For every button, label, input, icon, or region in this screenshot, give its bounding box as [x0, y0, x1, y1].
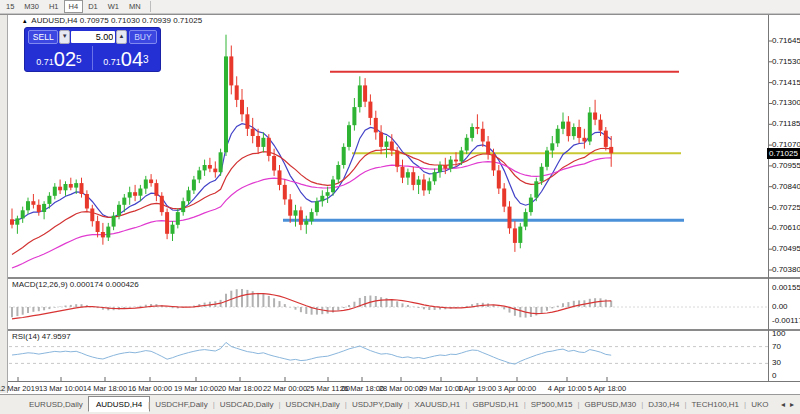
- buy-price-prefix: 0.71: [103, 53, 121, 71]
- chart-ohlc-values: 0.70975 0.71030 0.70939 0.71025: [80, 16, 202, 25]
- tab-usdcad-daily[interactable]: USDCAD,Daily: [213, 398, 281, 411]
- price-axis-label: 0.70725: [772, 204, 800, 212]
- tab-audusd-h4[interactable]: AUDUSD,H4: [88, 396, 150, 412]
- volume-increase-button[interactable]: ▲: [116, 30, 127, 44]
- buy-price-display[interactable]: 0.71 04 3: [95, 45, 157, 71]
- timeframe-toolbar: 15M30H1H4D1W1MN: [0, 0, 800, 14]
- tab-usdjpy-daily[interactable]: USDJPY,Daily: [345, 398, 410, 411]
- one-click-trading-panel: SELL ▼ ▲ BUY 0.71 02 5 0.71 04 3: [24, 27, 161, 72]
- macd-indicator-label: MACD(12,26,9) 0.000174 0.000426: [12, 280, 139, 289]
- price-divider: [92, 46, 93, 70]
- buy-price-main: 04: [121, 47, 143, 71]
- timeframe-15[interactable]: 15: [1, 0, 19, 13]
- price-axis-label: 0.70380: [772, 266, 800, 274]
- current-price-badge: 0.71025: [767, 148, 800, 159]
- toolbar-separator: [150, 1, 151, 12]
- volume-input[interactable]: [71, 31, 115, 43]
- rsi-panel-separator[interactable]: [8, 329, 800, 331]
- price-axis-label: 0.71300: [772, 99, 800, 107]
- sell-price-display[interactable]: 0.71 02 5: [28, 45, 90, 71]
- macd-axis-label: -0.001176: [772, 317, 800, 325]
- macd-axis-label: 0.001555: [772, 284, 800, 292]
- date-axis-label: 19 Mar 10:00: [174, 384, 218, 393]
- timeframe-m30[interactable]: M30: [19, 0, 44, 13]
- sell-price-prefix: 0.71: [36, 53, 54, 71]
- chart-symbol-label: AUDUSD,H4: [31, 16, 77, 25]
- price-axis-label: 0.71185: [772, 120, 800, 128]
- rsi-axis-label: 0: [772, 372, 776, 380]
- macd-axis-label: 0.00: [772, 303, 788, 311]
- window-left-border: [0, 15, 8, 393]
- date-axis-label: 16 Mar 00:00: [128, 384, 172, 393]
- tab-dj30-h4[interactable]: DJ30,H4: [641, 398, 686, 411]
- date-axis-label: 20 Mar 18:00: [218, 384, 262, 393]
- buy-price-pip: 3: [143, 45, 149, 75]
- price-axis-label: 0.71530: [772, 58, 800, 66]
- sell-price-main: 02: [54, 47, 76, 71]
- sell-button[interactable]: SELL: [28, 30, 58, 44]
- price-axis-label: 0.70610: [772, 224, 800, 232]
- chart-tab-bar: EURUSD,Daily|AUDUSD,H4|USDCHF,Daily|USDC…: [0, 394, 800, 414]
- macd-panel-separator[interactable]: [8, 277, 800, 279]
- price-axis-label: 0.70955: [772, 162, 800, 170]
- timeframe-h4[interactable]: H4: [64, 0, 84, 13]
- trading-terminal-window: { "toolbar": { "timeframes": [ {"label":…: [0, 0, 800, 414]
- tab-gbpusd-h1[interactable]: GBPUSD,H1: [465, 398, 525, 411]
- tab-eurusd-daily[interactable]: EURUSD,Daily: [22, 398, 90, 411]
- date-axis-label: 13 Mar 10:00: [39, 384, 83, 393]
- date-axis-border: [8, 381, 800, 382]
- buy-button[interactable]: BUY: [129, 30, 157, 44]
- price-axis-label: 0.71645: [772, 37, 800, 45]
- date-axis-label: 5 Apr 18:00: [588, 384, 626, 393]
- date-axis-label: 12 Mar 2019: [0, 384, 39, 393]
- timeframe-h1[interactable]: H1: [44, 0, 64, 13]
- rsi-axis-label: 100: [772, 330, 785, 338]
- volume-decrease-button[interactable]: ▼: [59, 30, 70, 44]
- timeframe-mn[interactable]: MN: [124, 0, 146, 13]
- date-axis-label: 4 Apr 10:00: [548, 384, 586, 393]
- rsi-indicator-label: RSI(14) 47.9597: [12, 332, 71, 341]
- timeframe-w1[interactable]: W1: [103, 0, 124, 13]
- rsi-axis-label: 30: [772, 359, 781, 367]
- price-axis-label: 0.70495: [772, 245, 800, 253]
- tab-tech100-h1[interactable]: TECH100,H1: [684, 398, 746, 411]
- date-axis-label: 22 Mar 00:00: [263, 384, 307, 393]
- rsi-axis-label: 70: [772, 343, 781, 351]
- collapse-chart-icon[interactable]: ▴: [23, 17, 27, 24]
- tabs-scroll-right-icon[interactable]: ▸: [790, 400, 794, 409]
- date-axis-label: 3 Apr 00:00: [498, 384, 536, 393]
- tab-xauusd-h1[interactable]: XAUUSD,H1: [408, 398, 468, 411]
- date-axis-label: 28 Mar 00:00: [379, 384, 423, 393]
- rsi-panel[interactable]: [9, 331, 768, 381]
- tab-usdcnh-daily[interactable]: USDCNH,Daily: [279, 398, 347, 411]
- timeframe-d1[interactable]: D1: [83, 0, 103, 13]
- date-axis-label: 29 Mar 10:00: [419, 384, 463, 393]
- tab-usdchf-daily[interactable]: USDCHF,Daily: [148, 398, 214, 411]
- tab-sp500-m15[interactable]: SP500,M15: [524, 398, 580, 411]
- price-axis-border: [768, 15, 769, 382]
- date-axis-label: 1 Apr 19:00: [458, 384, 496, 393]
- sell-price-pip: 5: [76, 45, 82, 75]
- date-axis-label: 14 Mar 18:00: [83, 384, 127, 393]
- chart-title: ▴ AUDUSD,H4 0.70975 0.71030 0.70939 0.71…: [23, 16, 202, 25]
- tabs-scroll-left-icon[interactable]: ◂: [781, 400, 785, 409]
- tab-gbpusd-m30[interactable]: GBPUSD,M30: [578, 398, 644, 411]
- date-axis-label: 26 Mar 18:00: [340, 384, 384, 393]
- price-axis-label: 0.70840: [772, 183, 800, 191]
- price-axis-label: 0.71415: [772, 79, 800, 87]
- tab-uko[interactable]: UKO: [744, 398, 775, 411]
